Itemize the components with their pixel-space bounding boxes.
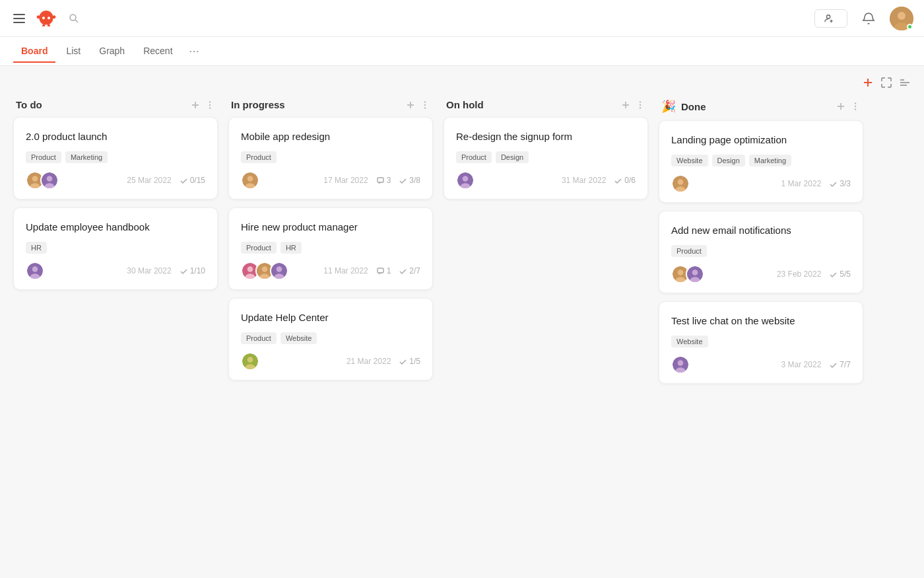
column-menu-button[interactable]	[205, 100, 215, 110]
card-tags: ProductWebsite	[241, 332, 420, 344]
card-footer: 30 Mar 2022 1/10	[26, 262, 205, 280]
kanban-board: To do 2.0 product launch ProductMarketin…	[0, 94, 924, 408]
card-c3[interactable]: Mobile app redesign Product 17 Mar 2022 …	[228, 117, 433, 199]
svg-point-55	[640, 107, 641, 108]
card-date: 11 Mar 2022	[323, 266, 368, 275]
svg-point-8	[898, 12, 906, 20]
card-tags: ProductHR	[241, 242, 420, 254]
add-column-button[interactable]	[862, 77, 874, 89]
tab-recent[interactable]: Recent	[135, 40, 180, 63]
add-card-button[interactable]	[190, 100, 201, 110]
card-tag: Product	[241, 332, 277, 344]
card-title: Mobile app redesign	[241, 129, 420, 143]
card-title: Update Help Center	[241, 310, 420, 324]
notification-button[interactable]	[858, 8, 879, 29]
column-header-todo: To do	[13, 99, 218, 117]
column-done: 🎉 Done Landing page optimization Website…	[659, 99, 863, 392]
card-avatar	[241, 352, 259, 371]
card-footer: 17 Mar 2022 3 3/8	[241, 171, 420, 190]
user-avatar-wrap[interactable]	[890, 7, 913, 30]
card-avatars	[241, 171, 255, 190]
card-title: Add new email notifications	[671, 223, 851, 237]
card-tag: Design	[712, 155, 745, 166]
card-c5[interactable]: Update Help Center ProductWebsite 21 Mar…	[228, 298, 433, 380]
card-tag: Product	[241, 242, 277, 254]
card-avatar	[671, 355, 690, 374]
card-tag: HR	[280, 242, 302, 254]
column-header-in-progress: In progress	[228, 99, 433, 117]
card-date: 30 Mar 2022	[127, 266, 171, 275]
card-meta: 25 Mar 2022 0/15	[127, 176, 205, 185]
card-avatars	[671, 265, 700, 283]
card-tags: HR	[26, 242, 205, 254]
expand-button[interactable]	[880, 77, 892, 89]
card-c2[interactable]: Update employee handbook HR 30 Mar 2022 …	[13, 207, 218, 290]
card-tag: Website	[671, 336, 708, 347]
svg-point-18	[209, 104, 211, 105]
card-tag: Design	[496, 151, 529, 163]
svg-point-19	[209, 107, 211, 108]
card-title: Test live chat on the website	[671, 314, 851, 328]
collapse-button[interactable]	[899, 77, 911, 89]
card-tag: Marketing	[749, 155, 791, 166]
card-avatars	[241, 262, 284, 280]
search-bar[interactable]	[69, 13, 84, 24]
card-c1[interactable]: 2.0 product launch ProductMarketing 25 M…	[13, 117, 218, 199]
column-menu-button[interactable]	[850, 101, 861, 112]
card-c6[interactable]: Re-design the signup form ProductDesign …	[444, 117, 648, 199]
logo[interactable]	[36, 9, 61, 28]
card-meta: 31 Mar 2022 0/6	[562, 176, 636, 185]
card-c8[interactable]: Add new email notifications Product 23 F…	[659, 211, 863, 293]
online-indicator	[907, 24, 913, 30]
card-c9[interactable]: Test live chat on the website Website 3 …	[659, 301, 863, 384]
card-avatars	[671, 355, 686, 374]
svg-point-61	[855, 102, 856, 104]
card-footer: 1 Mar 2022 3/3	[671, 174, 851, 193]
card-tag: Website	[671, 155, 708, 166]
card-meta: 21 Mar 2022 1/5	[346, 357, 420, 366]
column-header-on-hold: On hold	[444, 99, 648, 117]
add-card-button[interactable]	[836, 101, 846, 112]
tabs-bar: Board List Graph Recent ⋯	[0, 37, 924, 66]
card-tag: Website	[280, 332, 317, 344]
card-meta: 23 Feb 2022 5/5	[777, 270, 851, 279]
column-menu-button[interactable]	[420, 100, 430, 110]
svg-rect-37	[378, 178, 383, 182]
tab-list[interactable]: List	[58, 40, 88, 63]
search-icon	[69, 13, 79, 24]
svg-point-31	[424, 101, 426, 102]
svg-point-63	[855, 108, 856, 110]
svg-point-27	[32, 266, 38, 272]
board-header	[0, 66, 924, 94]
tab-graph[interactable]: Graph	[91, 40, 133, 63]
hamburger-menu[interactable]	[11, 11, 28, 26]
card-footer: 31 Mar 2022 0/6	[456, 171, 636, 190]
svg-point-54	[640, 104, 641, 105]
card-c4[interactable]: Hire new product manager ProductHR 11 Ma…	[228, 207, 433, 290]
svg-point-33	[424, 107, 426, 108]
card-footer: 11 Mar 2022 1 2/7	[241, 262, 420, 280]
card-meta: 3 Mar 2022 7/7	[781, 360, 851, 369]
column-title: On hold	[446, 99, 484, 110]
card-comments: 1	[376, 266, 391, 275]
svg-point-32	[424, 104, 426, 105]
column-header-done: 🎉 Done	[659, 99, 863, 120]
card-date: 1 Mar 2022	[781, 179, 822, 188]
column-menu-button[interactable]	[635, 100, 645, 110]
card-comments: 3	[376, 176, 391, 185]
svg-point-62	[855, 106, 856, 107]
card-avatar	[241, 171, 259, 190]
card-c7[interactable]: Landing page optimization WebsiteDesignM…	[659, 120, 863, 203]
invite-people-button[interactable]	[814, 9, 847, 28]
tab-board[interactable]: Board	[13, 40, 55, 63]
add-card-button[interactable]	[405, 100, 416, 110]
card-meta: 30 Mar 2022 1/10	[127, 266, 205, 275]
card-tag: HR	[26, 242, 47, 254]
card-checks: 3/8	[399, 176, 420, 185]
tab-more-button[interactable]: ⋯	[183, 42, 205, 60]
card-avatars	[671, 174, 686, 193]
add-card-button[interactable]	[620, 100, 631, 110]
header	[0, 0, 924, 37]
svg-point-17	[209, 101, 211, 102]
card-avatar	[40, 171, 59, 190]
